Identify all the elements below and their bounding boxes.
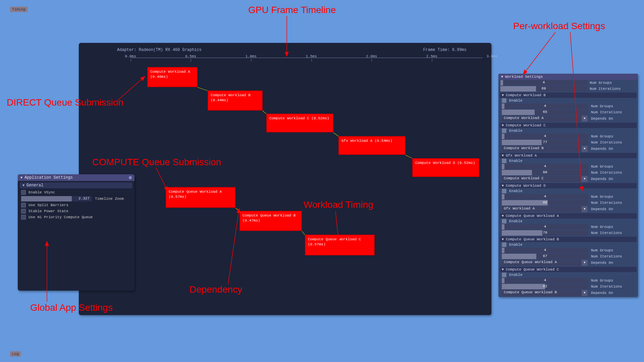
num-groups-row[interactable]: 4Num Groups [500, 133, 637, 139]
chevron-down-icon[interactable]: ▼ [582, 206, 588, 212]
enable-checkbox[interactable] [502, 98, 506, 103]
num-iterations-row[interactable]: 60Num Iterations [500, 170, 637, 176]
split-barriers-checkbox[interactable] [21, 203, 26, 207]
tab-timing[interactable]: Timing [10, 7, 28, 12]
timeline-zoom-row[interactable]: 2.327 Timeline Zoom [18, 195, 135, 202]
num-iterations-slider[interactable]: 77 [502, 140, 588, 145]
workload-cwD[interactable]: Compute Workload D (0.52ms) [412, 158, 479, 177]
num-groups-slider[interactable]: 4 [502, 164, 588, 169]
num-groups-slider[interactable]: 4 [500, 80, 587, 85]
timeline-zoom-slider[interactable]: 2.327 [21, 196, 92, 201]
num-iterations-slider[interactable]: 82 [502, 284, 588, 289]
depends-on-row[interactable]: Gfx Workload A▼Depends On [500, 206, 637, 213]
depends-on-dropdown[interactable]: Compute Queue Workload B▼ [502, 290, 588, 296]
wset-section-header[interactable]: Compute Workload C [500, 123, 637, 128]
enable-row[interactable]: Enable [500, 98, 637, 103]
chevron-down-icon[interactable]: ▼ [582, 146, 588, 152]
num-iterations-row[interactable]: 78Num Iterations [500, 230, 637, 236]
annotation-per-workload: Per-workload Settings [513, 21, 605, 32]
num-groups-row[interactable]: 4Num Groups [500, 164, 637, 170]
num-iterations-slider[interactable]: 65 [502, 110, 588, 115]
depends-on-dropdown[interactable]: Gfx Workload A▼ [502, 206, 588, 212]
hi-prio-compute-row[interactable]: Use Hi Priority Compute Queue [18, 214, 135, 220]
num-groups-slider[interactable]: 4 [502, 224, 588, 230]
workload-gfxA[interactable]: Gfx Workload A (0.54ms) [338, 136, 406, 155]
top-num-iterations-row[interactable]: 69 Num Iterations [498, 86, 638, 92]
workload-cqB[interactable]: Compute Queue Workload B (0.47ms) [239, 211, 302, 231]
num-groups-row[interactable]: 4Num Groups [500, 103, 637, 109]
depends-on-row[interactable]: Compute Queue Workload B▼Depends On [500, 290, 637, 296]
num-iterations-slider[interactable]: 60 [502, 170, 588, 175]
num-groups-slider[interactable]: 4 [502, 134, 588, 139]
top-num-groups-row[interactable]: 4 Num Groups [498, 80, 638, 86]
wset-section-header[interactable]: Compute Queue Workload B [500, 237, 637, 242]
enable-row[interactable]: Enable [500, 188, 637, 194]
chevron-down-icon[interactable]: ▼ [582, 260, 588, 266]
wset-section-header[interactable]: Compute Queue Workload C [500, 267, 637, 272]
wset-section-header[interactable]: Gfx Workload A [500, 153, 637, 158]
num-iterations-slider[interactable]: 88 [502, 200, 588, 205]
depends-on-dropdown[interactable]: Compute Workload B▼ [502, 146, 588, 152]
num-groups-slider[interactable]: 4 [502, 278, 588, 283]
enable-checkbox[interactable] [502, 189, 506, 193]
enable-row[interactable]: Enable [500, 128, 637, 133]
enable-vsync-row[interactable]: Enable VSync [18, 189, 135, 195]
depends-on-dropdown[interactable]: Compute Workload A▼ [502, 116, 588, 122]
num-groups-row[interactable]: 4Num Groups [500, 194, 637, 200]
depends-on-dropdown[interactable]: Compute Queue Workload A▼ [502, 260, 588, 266]
timeline-area[interactable]: Compute Workload A (0.40ms)Compute Workl… [84, 62, 487, 310]
num-iterations-row[interactable]: 82Num Iterations [500, 284, 637, 290]
wset-section-header[interactable]: Compute Queue Workload A [500, 213, 637, 219]
split-barriers-row[interactable]: Use Split Barriers [18, 202, 135, 208]
depends-on-row[interactable]: Compute Queue Workload A▼Depends On [500, 259, 637, 266]
ruler-tick: 0.5ms [185, 54, 196, 58]
depends-on-row[interactable]: Compute Workload B▼Depends On [500, 145, 637, 152]
wset-section-header[interactable]: Compute Workload B [500, 93, 637, 98]
chevron-down-icon[interactable]: ▼ [582, 116, 588, 122]
num-iterations-row[interactable]: 77Num Iterations [500, 139, 637, 145]
enable-row[interactable]: Enable [500, 242, 637, 247]
num-groups-slider[interactable]: 4 [502, 248, 588, 253]
workload-cwC[interactable]: Compute Workload C (0.52ms) [266, 114, 333, 132]
workload-settings-title[interactable]: ▼ Workload Settings [498, 74, 638, 80]
enable-checkbox[interactable] [502, 159, 506, 163]
depends-on-row[interactable]: Compute Workload A▼Depends On [500, 115, 637, 122]
annotation-compute-queue: COMPUTE Queue Submission [92, 157, 221, 168]
hi-prio-compute-checkbox[interactable] [21, 215, 26, 220]
annotation-workload-timing: Workload Timing [304, 199, 373, 210]
num-groups-row[interactable]: 4Num Groups [500, 224, 637, 230]
enable-checkbox[interactable] [502, 273, 506, 277]
workload-cqA[interactable]: Compute Queue Workload A (0.57ms) [166, 187, 235, 208]
num-iterations-slider[interactable]: 67 [502, 254, 588, 259]
stable-power-row[interactable]: Stable Power State [18, 208, 135, 214]
chevron-down-icon[interactable]: ▼ [582, 290, 588, 296]
enable-checkbox[interactable] [502, 219, 506, 224]
tab-log[interactable]: Log [10, 351, 21, 357]
num-groups-row[interactable]: 4Num Groups [500, 247, 637, 253]
num-iterations-slider[interactable]: 69 [500, 86, 587, 92]
stable-power-checkbox[interactable] [21, 209, 26, 214]
enable-row[interactable]: Enable [500, 158, 637, 164]
application-settings-title[interactable]: ▼ Application Settings [18, 174, 135, 181]
enable-checkbox[interactable] [502, 128, 506, 133]
depends-on-row[interactable]: Compute Workload C▼Depends On [500, 176, 637, 182]
workload-cqC[interactable]: Compute Queue Workload C (0.57ms) [305, 235, 375, 255]
enable-row[interactable]: Enable [500, 219, 637, 224]
num-groups-row[interactable]: 4Num Groups [500, 278, 637, 284]
num-groups-slider[interactable]: 4 [502, 194, 588, 199]
enable-vsync-checkbox[interactable] [21, 190, 26, 195]
num-iterations-row[interactable]: 67Num Iterations [500, 253, 637, 259]
wset-section-header[interactable]: Compute Workload D [500, 183, 637, 188]
num-groups-slider[interactable]: 4 [502, 104, 588, 109]
workload-cwB[interactable]: Compute Workload B (0.44ms) [208, 90, 263, 111]
timeline-zoom-label: Timeline Zoom [95, 197, 124, 201]
num-iterations-row[interactable]: 88Num Iterations [500, 200, 637, 206]
num-iterations-row[interactable]: 65Num Iterations [500, 109, 637, 115]
enable-row[interactable]: Enable [500, 272, 637, 278]
num-iterations-slider[interactable]: 78 [502, 230, 588, 236]
workload-cwA[interactable]: Compute Workload A (0.40ms) [147, 67, 198, 87]
general-section-header[interactable]: General [20, 182, 132, 188]
chevron-down-icon[interactable]: ▼ [582, 176, 588, 182]
depends-on-dropdown[interactable]: Compute Workload C▼ [502, 176, 588, 182]
enable-checkbox[interactable] [502, 242, 506, 247]
